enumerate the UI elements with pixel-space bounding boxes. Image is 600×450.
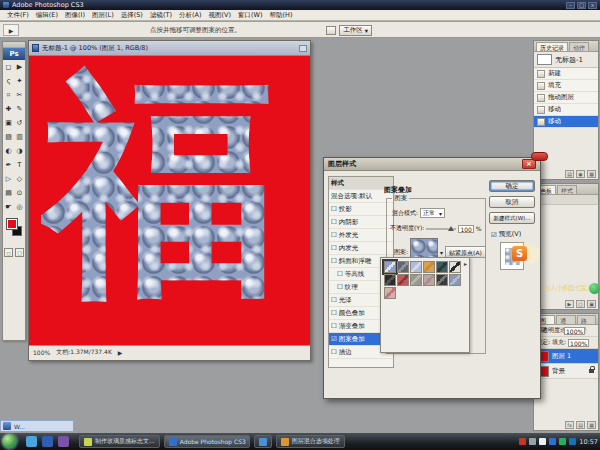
dialog-title-bar[interactable]: 图层样式 × [324, 158, 540, 171]
pattern-swatch-dark-teal[interactable] [436, 261, 448, 273]
taskbar-button[interactable]: Adobe Photoshop CS3 [164, 435, 250, 448]
foreground-color-swatch[interactable] [6, 218, 18, 230]
quick-launch-icon[interactable] [58, 436, 69, 447]
pattern-swatch-dark-lines[interactable] [436, 274, 448, 286]
style-item[interactable]: ☐外发光 [329, 229, 393, 242]
taskbar-button[interactable] [254, 435, 272, 448]
tray-icon[interactable] [549, 438, 556, 445]
checkbox-icon[interactable]: ☐ [331, 203, 337, 216]
history-item[interactable]: 拖动图层 [534, 92, 598, 104]
blend-mode-select[interactable]: 正常 ▾ [420, 208, 445, 218]
tray-icon[interactable] [529, 438, 536, 445]
menu-item[interactable]: 编辑(E) [33, 11, 61, 20]
tray-icon[interactable] [569, 438, 576, 445]
tray-icon[interactable] [519, 438, 526, 445]
quick-launch-icon[interactable] [26, 436, 37, 447]
tab-styles[interactable]: 样式 [557, 185, 577, 194]
pattern-swatch-blue-bubbles[interactable] [384, 261, 396, 273]
new-snapshot-icon[interactable]: ◉ [576, 170, 585, 178]
pattern-swatch-pink-gray[interactable] [423, 274, 435, 286]
tool-type-icon[interactable]: T [14, 158, 25, 172]
style-item[interactable]: ☐内阴影 [329, 216, 393, 229]
history-item[interactable]: 填充 [534, 80, 598, 92]
tool-lasso-icon[interactable]: ς [3, 74, 14, 88]
menu-item[interactable]: 分析(A) [176, 11, 205, 20]
app-title-bar[interactable]: Adobe Photoshop CS3 – □ × [0, 0, 600, 10]
minimize-button[interactable]: – [566, 2, 575, 9]
tool-rectangular-marquee-icon[interactable]: ◻ [3, 60, 14, 74]
zoom-level[interactable]: 100% [33, 349, 50, 356]
maximize-button[interactable]: □ [577, 2, 586, 9]
style-item[interactable]: ☐内发光 [329, 242, 393, 255]
status-flyout-icon[interactable]: ▶ [118, 349, 123, 356]
start-button[interactable] [2, 434, 17, 449]
pattern-swatch-red-texture[interactable] [397, 274, 409, 286]
layer-fx-icon[interactable]: fx [565, 421, 574, 429]
opacity-input[interactable]: 100 [458, 225, 473, 233]
palette-dock-icon[interactable] [326, 26, 336, 35]
checkbox-icon[interactable]: ☐ [331, 255, 337, 268]
tool-crop-icon[interactable]: ⌗ [3, 88, 14, 102]
quick-mask-button[interactable]: ◻ [4, 248, 13, 257]
checkbox-icon[interactable]: ☑ [331, 333, 337, 346]
tool-pen-icon[interactable]: ✒ [3, 158, 14, 172]
tool-path-selection-icon[interactable]: ▷ [3, 172, 14, 186]
document-restore-button[interactable] [299, 45, 307, 52]
pattern-swatch-gray-noise[interactable] [410, 274, 422, 286]
pattern-swatch-pink-grid[interactable] [384, 287, 396, 299]
flyout-arrow-icon[interactable]: ▸ [464, 260, 467, 267]
tool-healing-brush-icon[interactable]: ✚ [3, 102, 14, 116]
workspace-button[interactable]: 工作区 ▾ [339, 25, 372, 36]
tool-eyedropper-icon[interactable]: ⊙ [14, 186, 25, 200]
tool-gradient-icon[interactable]: ▥ [14, 130, 25, 144]
tool-slice-icon[interactable]: ✂ [14, 88, 25, 102]
tool-notes-icon[interactable]: ▤ [3, 186, 14, 200]
fill-value[interactable]: 100% [568, 339, 589, 347]
opacity-value[interactable]: 100% [564, 327, 585, 335]
strip-icon[interactable] [3, 422, 11, 430]
checkbox-icon[interactable]: ☐ [331, 216, 337, 229]
pattern-swatch-lavender-weave[interactable] [410, 261, 422, 273]
new-layer-icon[interactable]: ▤ [576, 421, 585, 429]
taskbar-button[interactable]: 制作玻璃质感标志文... [79, 435, 160, 448]
canvas[interactable]: 福 [29, 56, 310, 345]
checkbox-icon[interactable]: ☐ [331, 307, 337, 320]
document-title-bar[interactable]: 无标题-1 @ 100% (图层 1, RGB/8) [29, 41, 310, 56]
checkbox-icon[interactable]: ☐ [337, 281, 343, 294]
checkbox-icon[interactable]: ☐ [331, 242, 337, 255]
record-icon[interactable]: ○ [576, 300, 585, 308]
menu-item[interactable]: 窗口(W) [235, 11, 266, 20]
checkbox-icon[interactable]: ☐ [337, 268, 343, 281]
tool-shape-icon[interactable]: ◇ [14, 172, 25, 186]
menu-item[interactable]: 选择(S) [118, 11, 146, 20]
move-tool-icon[interactable]: ▶ [3, 24, 19, 36]
tab-paths[interactable]: 路径 [577, 315, 596, 324]
tool-zoom-icon[interactable]: ◎ [14, 200, 25, 214]
play-icon[interactable]: ▶ [565, 300, 574, 308]
tool-clone-stamp-icon[interactable]: ▣ [3, 116, 14, 130]
trash-icon[interactable]: ▦ [587, 170, 596, 178]
quick-launch-icon[interactable] [42, 436, 53, 447]
close-button[interactable]: × [588, 2, 597, 9]
menu-item[interactable]: 帮助(H) [267, 11, 296, 20]
tab-history[interactable]: 历史记录 [536, 42, 568, 51]
checkbox-checked-icon[interactable]: ☑ [491, 231, 497, 239]
tool-hand-icon[interactable]: ☛ [3, 200, 14, 214]
pattern-swatch-blue-gray[interactable] [449, 274, 461, 286]
tool-history-brush-icon[interactable]: ↺ [14, 116, 25, 130]
style-item[interactable]: ☐投影 [329, 203, 393, 216]
tool-move-icon[interactable]: ▶ [14, 60, 25, 74]
tab-actions[interactable]: 动作 [569, 42, 589, 51]
cancel-button[interactable]: 取消 [489, 196, 535, 208]
new-document-from-state-icon[interactable]: ▤ [565, 170, 574, 178]
pattern-swatch-scratches[interactable] [449, 261, 461, 273]
ok-button[interactable]: 确定 [489, 180, 535, 192]
history-item[interactable]: 新建 [534, 68, 598, 80]
pattern-swatch-orange[interactable] [423, 261, 435, 273]
tray-icon[interactable] [559, 438, 566, 445]
history-item[interactable]: 移动 [534, 116, 598, 128]
stop-icon[interactable]: ▣ [587, 300, 596, 308]
tool-quick-selection-icon[interactable]: ✦ [14, 74, 25, 88]
checkbox-icon[interactable]: ☐ [331, 320, 337, 333]
tab-channels[interactable]: 通道 [556, 315, 575, 324]
